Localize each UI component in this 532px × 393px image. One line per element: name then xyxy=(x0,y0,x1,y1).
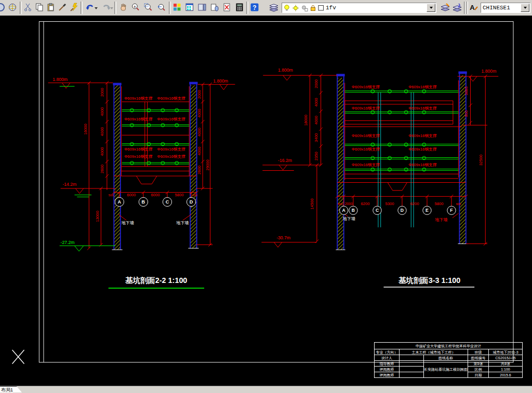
layer-color-swatch[interactable] xyxy=(318,4,324,12)
drawing-title: 基坑剖面2-2 1:100 xyxy=(125,276,187,284)
elevation-label: 1.800m xyxy=(213,78,228,84)
match-properties-icon[interactable] xyxy=(68,2,79,13)
text-style-icon[interactable]: A xyxy=(468,2,480,13)
publish-web-icon[interactable] xyxy=(7,2,18,13)
current-layer-name: 1fv xyxy=(326,5,336,11)
bottom-dims: 500 6000 6000 5800 500 xyxy=(109,193,197,197)
partial-tool-icon[interactable] xyxy=(0,2,6,13)
elevation-label: 1.800m xyxy=(278,67,293,73)
dim-label: 2000 xyxy=(197,90,202,99)
steel-support-label: Φ609x16钢支撑 xyxy=(157,154,186,159)
drawing-number-value: CS2015J-05 xyxy=(489,355,523,361)
markup-icon[interactable] xyxy=(221,2,233,13)
grid-bubble-label: D xyxy=(401,208,404,213)
reviewer2-label: 评阅教师 xyxy=(375,372,400,378)
grid-bubble-label: C xyxy=(376,208,379,213)
layer-on-bulb-icon[interactable] xyxy=(284,4,290,12)
dim-label: 500 xyxy=(192,194,197,197)
drawing-name-value: 长安路站基坑施工横剖面图 xyxy=(424,361,468,378)
tab-layout1[interactable]: 布局1 xyxy=(0,386,22,393)
wall-label: 地下墙 xyxy=(434,218,447,222)
undo-button[interactable] xyxy=(83,2,97,13)
steel-support-label: Φ609x16钢支撑 xyxy=(352,85,380,89)
dim-label: 900 xyxy=(464,111,469,117)
designcenter-icon[interactable] xyxy=(184,2,195,13)
brush-icon[interactable] xyxy=(57,2,68,13)
dim-label: 6000 xyxy=(151,193,159,197)
diaphragm-wall xyxy=(459,75,466,243)
dim-label: 6200 xyxy=(361,201,369,206)
designer-label: 设计人 xyxy=(375,355,400,361)
calculator-icon[interactable] xyxy=(234,2,245,13)
class-value: 城市地下2011-3 xyxy=(489,349,523,355)
layer-states-icon[interactable] xyxy=(440,2,451,13)
dim-label: 2000 xyxy=(100,88,104,97)
style-a-glyph: A xyxy=(470,4,475,11)
major-value: 土木工程（城市地下工程） xyxy=(400,349,468,355)
dim-label: 2600 xyxy=(197,166,202,174)
layer-lock-icon[interactable] xyxy=(310,4,316,12)
dim-label: 3685 xyxy=(464,86,469,95)
sheet-border xyxy=(39,22,513,362)
layer-previous-icon[interactable] xyxy=(451,2,463,13)
paste-icon[interactable] xyxy=(45,2,57,13)
text-style-dropdown[interactable]: CHINESE1 xyxy=(481,3,530,13)
drawing-canvas[interactable]: Φ609x16钢支撑 Φ609x16钢支撑 Φ609x16钢支撑 Φ609x16… xyxy=(0,16,532,386)
sheet-total: 共8张 xyxy=(489,361,523,367)
grid-bubble-label: A xyxy=(342,208,345,213)
layers-icon[interactable] xyxy=(268,2,280,13)
zoom-previous-icon[interactable] xyxy=(155,2,167,13)
separator xyxy=(246,2,248,14)
cad-application-window: ± ? 1fv xyxy=(0,0,532,393)
dim-label: 4000 xyxy=(314,116,318,125)
diaphragm-wall xyxy=(337,78,343,250)
advisor-value xyxy=(400,361,424,367)
redo-dropdown-icon[interactable] xyxy=(110,7,113,9)
cut-icon[interactable] xyxy=(22,2,34,13)
designer-value xyxy=(400,355,424,361)
steel-support-label: Φ609x16钢支撑 xyxy=(408,162,437,167)
steel-support-label: Φ609x16钢支撑 xyxy=(408,106,437,111)
dim-label: 4000 xyxy=(197,147,202,156)
steel-support-labels: Φ609x16钢支撑 Φ609x16钢支撑 Φ609x16钢支撑 Φ609x16… xyxy=(124,96,185,159)
grid-bubble-label: E xyxy=(425,208,429,213)
redo-button[interactable] xyxy=(99,2,113,13)
titleblock-header: 中国矿业大学建筑工程学院本科毕业设计 xyxy=(375,343,523,349)
zoom-realtime-icon[interactable]: ± xyxy=(130,2,141,13)
separator xyxy=(169,2,171,14)
copy-icon[interactable] xyxy=(34,2,45,13)
elevation-label: -27.2m xyxy=(61,240,75,245)
dim-label: 2000 xyxy=(345,202,353,206)
grid-bubbles: A B C D E F xyxy=(340,206,456,214)
dim-label: 29000 xyxy=(205,159,210,170)
steel-support-label: Φ609x16钢支撑 xyxy=(124,154,153,159)
pan-icon[interactable] xyxy=(117,2,129,13)
grid-bubbles: A B C D xyxy=(115,197,195,206)
layer-freeze-sun-icon[interactable] xyxy=(292,4,299,12)
dim-label: 13000 xyxy=(95,211,100,222)
layer-vpfreeze-icon[interactable] xyxy=(301,4,308,12)
layer-dropdown[interactable]: 1fv xyxy=(282,3,436,13)
steel-support-label: Φ609x16钢支撑 xyxy=(124,147,153,152)
dim-label: 4000 xyxy=(314,98,318,106)
dim-label: 4000 xyxy=(100,147,104,156)
wall-label: 地下墙 xyxy=(176,221,189,225)
dim-label: 32500 xyxy=(479,155,484,166)
properties-icon[interactable] xyxy=(171,2,183,13)
help-icon[interactable]: ? xyxy=(249,2,260,13)
steel-support-label: Φ609x16钢支撑 xyxy=(408,133,437,138)
tool-palettes-icon[interactable] xyxy=(196,2,208,13)
dim-label: 4000 xyxy=(197,109,202,118)
date-label: 日期 xyxy=(468,372,489,378)
steel-support-labels: Φ609x16钢支撑 Φ609x16钢支撑 Φ609x16钢支撑 Φ609x16… xyxy=(352,85,437,167)
style-dropdown-arrow[interactable] xyxy=(521,4,529,12)
leader-lines xyxy=(118,214,191,221)
grid-bubble-label: B xyxy=(352,208,355,213)
zoom-window-icon[interactable] xyxy=(142,2,154,13)
grid-bubble-label: F xyxy=(450,208,453,213)
layer-dropdown-arrow[interactable] xyxy=(427,4,435,12)
elevation-label: 1.800m xyxy=(482,69,497,74)
undo-dropdown-icon[interactable] xyxy=(95,7,98,9)
steel-support-label: Φ609x16钢支撑 xyxy=(408,85,437,89)
sheet-set-icon[interactable] xyxy=(209,2,220,13)
